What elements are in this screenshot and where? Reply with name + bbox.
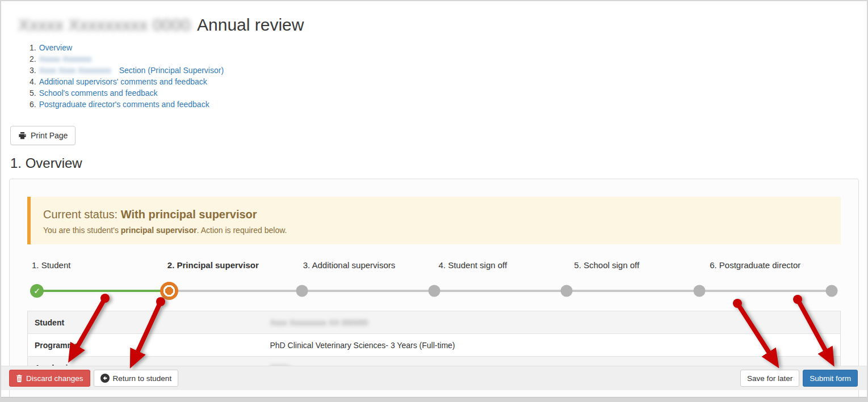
status-instruction-prefix: You are this student's	[43, 226, 121, 235]
status-instruction: You are this student's principal supervi…	[43, 226, 829, 235]
step-dot-pending	[429, 285, 441, 297]
status-label: Current status:	[43, 208, 121, 221]
save-for-later-button[interactable]: Save for later	[740, 370, 799, 387]
save-for-later-label: Save for later	[747, 374, 792, 383]
row-label-programme: Programme	[28, 334, 263, 357]
overview-heading: 1. Overview	[10, 155, 867, 171]
stepper-track: ✓	[37, 282, 832, 300]
toc-item-2: 2.Xxxxx Xxxxxxx	[30, 53, 867, 65]
toc-item-6: 6.Postgraduate director's comments and f…	[30, 99, 867, 110]
current-status-line: Current status: With principal superviso…	[43, 208, 829, 222]
toc-link-additional-supervisors[interactable]: Additional supervisors' comments and fee…	[39, 77, 207, 86]
toc-link-postgrad-director[interactable]: Postgraduate director's comments and fee…	[39, 100, 209, 109]
toc-link-overview[interactable]: Overview	[39, 43, 72, 52]
action-bar-left-group: Discard changes Return to student	[9, 370, 178, 387]
return-to-student-button[interactable]: Return to student	[94, 370, 179, 387]
toc-link-supervisor-redacted[interactable]: Xxxx Xxxx Xxxxxxxx	[39, 65, 116, 76]
arrow-circle-left-icon	[100, 374, 110, 383]
toc-item-5: 5.School's comments and feedback	[30, 87, 867, 99]
toc-number: 3.	[30, 66, 36, 75]
form-action-bar: Discard changes Return to student Save f…	[1, 366, 867, 390]
step-dot-pending	[693, 285, 705, 297]
step-dot-complete-icon: ✓	[30, 284, 44, 298]
stepper-progress-remaining	[169, 290, 832, 292]
printer-icon	[18, 132, 27, 139]
section-toc: 1.Overview 2.Xxxxx Xxxxxxx 3.Xxxx Xxxx X…	[30, 42, 867, 110]
step-dot-pending	[826, 285, 838, 297]
toc-link-supervisor-section[interactable]: Section (Principal Supervisor)	[119, 66, 224, 75]
step-label-school-sign-off: 5. School sign off	[574, 260, 639, 270]
annual-review-page: Xxxxx Xxxxxxxxx 0000/0Annual review 1.Ov…	[0, 0, 868, 402]
step-label-postgraduate-director: 6. Postgraduate director	[710, 260, 800, 270]
action-bar-right-group: Save for later Submit form	[740, 370, 858, 387]
step-label-student: 1. Student	[32, 260, 70, 270]
discard-changes-label: Discard changes	[26, 374, 83, 383]
row-value-student: Xxxx Xxxxxxxxx XX 000000	[263, 311, 841, 334]
step-dot-pending	[561, 285, 573, 297]
toc-number: 2.	[30, 54, 36, 64]
submit-form-label: Submit form	[810, 374, 851, 383]
print-page-label: Print Page	[31, 131, 68, 140]
toc-number: 1.	[30, 43, 36, 52]
toc-item-4: 4.Additional supervisors' comments and f…	[30, 76, 867, 87]
stepper-progress-complete	[37, 290, 169, 292]
submit-form-button[interactable]: Submit form	[803, 370, 858, 387]
redacted-student-name: Xxxxx Xxxxxxxxx 0000/0	[18, 15, 191, 35]
row-value-programme: PhD Clinical Veterinary Sciences- 3 Year…	[263, 334, 841, 357]
row-label-student: Student	[28, 311, 263, 334]
step-label-student-sign-off: 4. Student sign off	[439, 260, 508, 270]
toc-link-school-comments[interactable]: School's comments and feedback	[39, 88, 158, 98]
toc-item-overview: 1.Overview	[30, 42, 867, 53]
status-callout: Current status: With principal superviso…	[27, 197, 841, 244]
page-title-text: Annual review	[197, 15, 304, 34]
table-row: Programme PhD Clinical Veterinary Scienc…	[28, 334, 841, 357]
trash-icon	[16, 375, 23, 382]
toc-number: 5.	[30, 88, 36, 98]
discard-changes-button[interactable]: Discard changes	[9, 370, 90, 387]
toc-number: 4.	[30, 77, 36, 86]
status-value: With principal supervisor	[121, 208, 257, 221]
workflow-stepper: 1. Student 2. Principal supervisor 3. Ad…	[27, 260, 841, 298]
step-dot-pending	[296, 285, 308, 297]
toc-link-redacted-section[interactable]: Xxxxx Xxxxxxx	[39, 53, 92, 65]
redacted-student-value: Xxxx Xxxxxxxxx XX 000000	[270, 318, 368, 327]
step-label-additional-supervisors: 3. Additional supervisors	[303, 260, 396, 270]
toc-number: 6.	[30, 100, 36, 109]
step-dot-current	[160, 282, 178, 300]
status-instruction-role: principal supervisor	[121, 226, 197, 235]
step-label-principal-supervisor: 2. Principal supervisor	[167, 260, 259, 270]
status-instruction-suffix: . Action is required below.	[197, 226, 287, 235]
table-row: Student Xxxx Xxxxxxxxx XX 000000	[28, 311, 841, 334]
toc-item-3: 3.Xxxx Xxxx XxxxxxxxSection (Principal S…	[30, 65, 867, 76]
page-title: Xxxxx Xxxxxxxxx 0000/0Annual review	[18, 15, 867, 35]
return-to-student-label: Return to student	[113, 374, 172, 383]
print-page-button[interactable]: Print Page	[10, 126, 76, 145]
